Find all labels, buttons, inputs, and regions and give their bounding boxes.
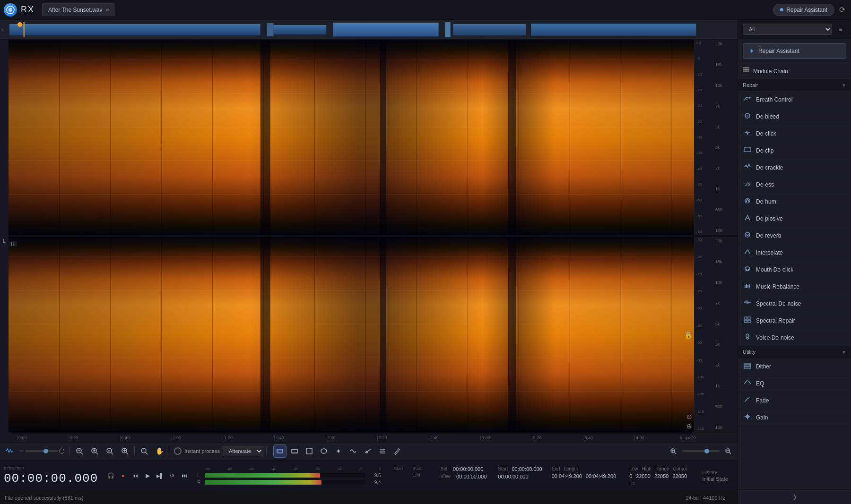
partials-selection-button[interactable] (361, 444, 374, 458)
module-spectral-de-noise[interactable]: Spectral De-noise (738, 295, 851, 312)
module-spectral-repair[interactable]: Spectral Repair (738, 312, 851, 329)
module-music-rebalance[interactable]: Music Rebalance (738, 278, 851, 295)
module-gain[interactable]: Gain (738, 409, 851, 426)
meter-scale: -Inf -60 -50 -40 -30 -20 -10 -3 0 (205, 467, 381, 471)
time-selection-button[interactable] (273, 444, 287, 458)
svg-line-85 (395, 453, 396, 454)
tick-340: 3:40 (583, 436, 634, 440)
zoom-slider-right[interactable] (682, 450, 720, 452)
zoom-increase-icon[interactable]: ⬡ (57, 446, 67, 456)
tab-close-icon[interactable]: ✕ (105, 8, 109, 13)
instant-process-toggle[interactable] (174, 447, 182, 455)
zoom-in-icon[interactable]: ⊕ (686, 422, 692, 430)
zoom-fit-button[interactable]: ≡ (103, 444, 116, 458)
repair-assistant-label: Repair Assistant (786, 7, 827, 13)
freq-10k: 10k (715, 83, 736, 88)
record-button[interactable]: ● (118, 470, 128, 481)
collapse-overview-button[interactable]: ⟨ (2, 27, 9, 32)
more-modules-button[interactable]: ❯ (738, 489, 851, 504)
svg-rect-3 (267, 23, 274, 36)
module-fade[interactable]: Fade (738, 392, 851, 409)
section-utility-header[interactable]: Utility ▼ (738, 346, 851, 358)
play-button[interactable]: ▶ (142, 470, 153, 481)
spec-top-channel[interactable]: 20k 15k 10k 7k 5k 3k 2k 1k 500 100 (9, 40, 738, 236)
module-de-crackle[interactable]: De-crackle (738, 159, 851, 176)
module-de-reverb[interactable]: De-reverb (738, 227, 851, 244)
loop-button[interactable]: ↺ (167, 470, 177, 481)
meter-scale-row: -Inf -60 -50 -40 -30 -20 -10 -3 0 (197, 467, 381, 471)
overview-waveform[interactable] (9, 22, 736, 37)
spectrogram-container[interactable]: L (0, 40, 738, 442)
voice-de-noise-label: Voice De-noise (756, 334, 794, 341)
module-filter-select[interactable]: All Repair Utility (743, 24, 832, 35)
zoom-selection-button[interactable] (118, 444, 131, 458)
spectral-selection-button[interactable] (303, 444, 316, 458)
right-panel-menu-button[interactable]: ≡ (835, 24, 846, 35)
process-mode-select[interactable]: Attenuate Replace Clone (223, 446, 263, 456)
breath-control-label: Breath Control (756, 96, 792, 103)
module-mouth-de-click[interactable]: Mouth De-click (738, 261, 851, 278)
skip-back-button[interactable]: ⏮ (130, 470, 140, 481)
module-dither[interactable]: Dither (738, 358, 851, 375)
freq-500: 500 (715, 207, 736, 212)
module-de-ess[interactable]: sS De-ess (738, 176, 851, 193)
zoom-out-button[interactable] (73, 444, 86, 458)
select-zoom-button[interactable] (138, 444, 151, 458)
freq-15k-bot: 15k (715, 259, 736, 264)
fade-icon (743, 396, 752, 405)
module-interpolate[interactable]: Interpolate (738, 244, 851, 261)
module-de-clip[interactable]: De-clip (738, 142, 851, 159)
zoom-in-right-button[interactable] (667, 444, 680, 458)
spectrogram-view[interactable]: L (0, 40, 738, 442)
skip-forward-button[interactable]: ⏭ (179, 470, 190, 481)
svg-line-87 (675, 453, 677, 454)
lasso-selection-button[interactable] (317, 444, 330, 458)
module-de-plosive[interactable]: De-plosive (738, 210, 851, 227)
waveform-overview[interactable]: ⟨ (0, 20, 738, 40)
zoom-slider[interactable] (25, 450, 58, 452)
play-selection-button[interactable]: ▶▌ (155, 470, 165, 481)
file-tab[interactable]: After The Sunset.wav ✕ (42, 3, 115, 16)
module-voice-de-noise[interactable]: Voice De-noise (738, 329, 851, 346)
right-panel: All Repair Utility ≡ ✦ Repair Assistant (738, 20, 851, 504)
harmonic-selection-button[interactable] (347, 444, 360, 458)
magic-wand-button[interactable]: ✦ (332, 444, 345, 458)
tick-140: 1:40 (274, 436, 326, 440)
repair-assistant-module-button[interactable]: ✦ Repair Assistant (743, 43, 846, 59)
zoom-out-icon[interactable]: ⊖ (686, 413, 692, 420)
right-panel-content: Repair ▼ Breath Control (738, 79, 851, 489)
settings-icon[interactable]: ⟳ (837, 3, 847, 16)
freq-selection-button[interactable] (288, 444, 301, 458)
module-de-hum[interactable]: De-hum (738, 193, 851, 210)
zoom-out-right-button[interactable] (721, 444, 735, 458)
svg-line-62 (96, 453, 98, 454)
spectrogram-canvas[interactable]: 20k 15k 10k 7k 5k 3k 2k 1k 500 100 (9, 40, 738, 442)
zoom-in-button[interactable] (88, 444, 101, 458)
gain-icon (743, 413, 752, 422)
pencil-tool-button[interactable] (391, 444, 404, 458)
hand-tool-button[interactable]: ✋ (153, 444, 166, 458)
section-utility-label: Utility (743, 349, 842, 355)
section-repair-header[interactable]: Repair ▼ (738, 79, 851, 91)
svg-rect-125 (744, 367, 751, 368)
zoom-decrease-icon[interactable]: − (20, 447, 24, 455)
module-de-bleed[interactable]: De-bleed (738, 108, 851, 125)
channel-select-button[interactable] (376, 444, 389, 458)
freq-2k: 2k (715, 166, 736, 171)
center-area: ⟨ (0, 20, 738, 504)
module-breath-control[interactable]: Breath Control (738, 91, 851, 108)
waveform-style-button[interactable] (3, 444, 16, 458)
toolbar-sep-3 (169, 446, 169, 456)
module-de-click[interactable]: De-click (738, 125, 851, 142)
info-start-end: Start 00:00:00.000 00:00:00.000 (498, 466, 542, 486)
repair-assistant-button[interactable]: Repair Assistant (773, 4, 834, 16)
de-hum-label: De-hum (756, 198, 776, 205)
zoom-lock-icon[interactable]: 🔒 (684, 331, 692, 339)
freq-20k-bot: 20k (715, 239, 736, 243)
de-click-icon (743, 129, 752, 138)
spec-bottom-channel[interactable]: 20k 15k 10k 7k 5k 3k 2k 1k 500 100 (9, 237, 738, 433)
module-eq[interactable]: EQ (738, 375, 851, 392)
module-chain-label: Module Chain (753, 68, 788, 75)
headphones-button[interactable]: 🎧 (105, 470, 116, 481)
module-chain-row[interactable]: Module Chain (738, 63, 851, 79)
